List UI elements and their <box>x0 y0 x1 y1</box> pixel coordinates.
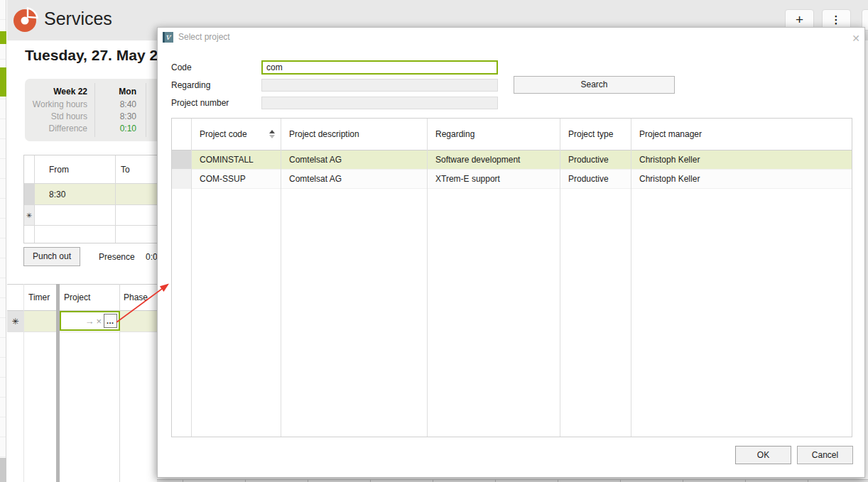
project-number-label: Project number <box>171 98 229 108</box>
column-header-project-type[interactable]: Project type <box>560 119 631 150</box>
regarding-input[interactable] <box>261 79 498 92</box>
punch-out-button[interactable]: Punch out <box>23 247 80 266</box>
to-column-header: To <box>116 155 163 183</box>
cell-project-manager[interactable]: Christoph Keller <box>631 170 852 188</box>
rail-gray-segment <box>0 458 6 482</box>
week-label: Week 22 <box>25 85 94 99</box>
from-cell[interactable]: 8:30 <box>35 184 116 204</box>
divider <box>427 119 428 437</box>
divider <box>191 119 192 437</box>
from-cell-empty[interactable] <box>35 205 116 225</box>
cell-project-code[interactable]: COM-SSUP <box>191 170 281 188</box>
timer-column-header: Timer <box>28 292 50 302</box>
vertec-logo-icon: v <box>163 32 173 43</box>
project-number-input[interactable] <box>261 97 498 109</box>
new-row-icon: ✳ <box>11 317 18 327</box>
row-selector-header <box>24 155 35 183</box>
services-app-icon <box>13 7 38 33</box>
cell-project-code[interactable]: COMINSTALL <box>191 150 281 169</box>
new-entry-row-selector[interactable]: ✳ <box>7 311 23 332</box>
row-selector[interactable] <box>172 170 191 188</box>
ok-button[interactable]: OK <box>735 446 791 464</box>
cell-project-description[interactable]: Comtelsat AG <box>281 150 427 169</box>
std-hours-label: Std hours <box>25 111 94 123</box>
sort-icon[interactable] <box>269 130 275 138</box>
column-header-project-manager[interactable]: Project manager <box>631 119 852 150</box>
presence-time-table: From To 8:30 ✳ <box>23 155 163 243</box>
app-title: Services <box>44 9 112 29</box>
divider <box>7 332 163 332</box>
plus-icon: + <box>796 12 803 28</box>
kebab-icon: ⋮ <box>831 13 842 26</box>
code-input[interactable] <box>261 60 498 75</box>
new-row-icon: ✳ <box>26 212 32 219</box>
cell-regarding[interactable]: Software development <box>427 150 560 169</box>
close-icon[interactable]: ✕ <box>850 32 862 45</box>
divider <box>281 119 281 437</box>
timer-cell[interactable] <box>24 311 56 332</box>
gutter-header <box>172 119 191 150</box>
from-column-header: From <box>35 155 116 183</box>
column-header-regarding[interactable]: Regarding <box>427 119 560 150</box>
table-header-row: Project code Project description Regardi… <box>172 119 852 150</box>
working-hours-value: 8:40 <box>94 99 146 111</box>
services-window: Services + ⋮ Tuesday, 27. May 2025 Week … <box>0 0 868 482</box>
cell-project-description[interactable]: Comtelsat AG <box>281 170 427 188</box>
divider <box>560 119 560 437</box>
to-cell-empty[interactable] <box>116 205 163 225</box>
difference-value: 0:10 <box>94 123 146 135</box>
table-row[interactable]: COM-SSUP Comtelsat AG XTrem-E support Pr… <box>172 170 852 189</box>
column-header-project-code[interactable]: Project code <box>191 119 281 150</box>
working-hours-label: Working hours <box>25 99 94 111</box>
std-hours-value: 8:30 <box>94 111 146 123</box>
project-column-header: Project <box>64 292 90 302</box>
cancel-button[interactable]: Cancel <box>797 446 853 464</box>
from-cell-empty <box>35 226 116 243</box>
day-column-label: Mon <box>94 85 146 99</box>
rail-green-segment <box>0 31 6 44</box>
cell-regarding[interactable]: XTrem-E support <box>427 170 560 188</box>
to-cell-empty <box>116 226 163 243</box>
dialog-title: Select project <box>178 32 230 42</box>
cell-project-type[interactable]: Productive <box>560 170 631 188</box>
row-selector[interactable] <box>172 150 191 169</box>
divider <box>631 119 631 437</box>
rail-green-segment <box>0 67 6 97</box>
regarding-label: Regarding <box>171 80 210 90</box>
divider <box>146 83 146 137</box>
divider <box>94 83 95 137</box>
cell-project-type[interactable]: Productive <box>560 150 631 169</box>
presence-label: Presence <box>99 252 135 262</box>
project-results-table: Project code Project description Regardi… <box>171 118 852 437</box>
cell-project-manager[interactable]: Christoph Keller <box>631 150 852 169</box>
to-cell[interactable] <box>116 184 163 204</box>
column-header-project-description[interactable]: Project description <box>281 119 427 150</box>
annotation-arrow <box>107 275 174 329</box>
code-label: Code <box>171 62 192 72</box>
table-row[interactable]: COMINSTALL Comtelsat AG Software develop… <box>172 150 852 170</box>
new-row-selector[interactable]: ✳ <box>24 205 35 225</box>
difference-label: Difference <box>25 123 94 135</box>
search-button[interactable]: Search <box>514 76 675 94</box>
row-selector[interactable] <box>24 184 35 204</box>
background-table-strip <box>157 479 868 482</box>
row-selector-empty <box>24 226 35 243</box>
clear-icon[interactable]: × <box>96 316 102 327</box>
goto-arrow-icon[interactable]: → <box>85 316 94 327</box>
select-project-dialog: v Select project ✕ Code Regarding Projec… <box>157 27 865 478</box>
